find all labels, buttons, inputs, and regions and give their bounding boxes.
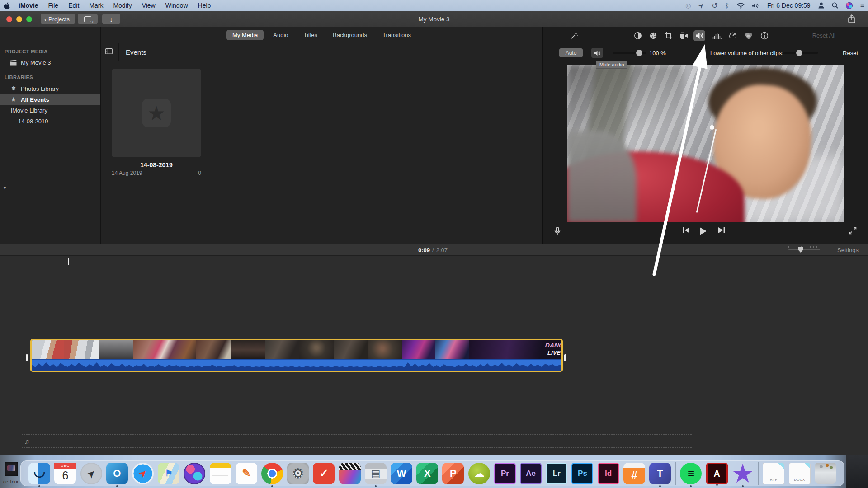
volume-icon[interactable] xyxy=(752,3,760,9)
dock-pages[interactable]: ✎ xyxy=(236,463,257,484)
siri-icon[interactable] xyxy=(846,2,853,9)
dock-final-cut-pro[interactable] xyxy=(339,463,361,484)
reset-all-button[interactable]: Reset All xyxy=(812,32,835,39)
time-machine-icon[interactable]: ↺ xyxy=(712,1,717,10)
menu-clock[interactable]: Fri 6 Dec 09:59 xyxy=(767,2,811,9)
clip-trim-handle-right[interactable] xyxy=(564,354,566,361)
noise-reduction-icon[interactable] xyxy=(711,30,723,41)
projects-back-button[interactable]: ‹ Projects xyxy=(41,14,75,24)
list-icon[interactable]: ≡ xyxy=(860,1,864,9)
sidebar-toggle-icon[interactable] xyxy=(105,48,113,54)
lower-volume-slider-knob[interactable] xyxy=(796,50,802,56)
dock-siri[interactable] xyxy=(184,463,205,484)
volume-slider-knob[interactable] xyxy=(636,50,642,56)
dock-indesign[interactable]: Id xyxy=(598,463,619,484)
color-balance-icon[interactable] xyxy=(632,30,644,41)
menu-item[interactable]: File xyxy=(43,2,64,9)
voiceover-mic-button[interactable] xyxy=(554,227,561,236)
location-icon[interactable]: ➤ xyxy=(698,2,704,9)
sidebar-item-photos-library[interactable]: ✽ Photos Library xyxy=(0,83,100,94)
media-tab[interactable]: Transitions xyxy=(377,30,417,40)
clip-info-icon[interactable] xyxy=(759,30,770,41)
fullscreen-icon[interactable] xyxy=(849,227,857,235)
menu-item[interactable]: Help xyxy=(193,2,216,9)
zoom-slider-thumb[interactable] xyxy=(798,247,803,253)
media-tab[interactable]: Titles xyxy=(298,30,324,40)
menu-item[interactable]: View xyxy=(137,2,160,9)
dock-lightroom[interactable]: Lr xyxy=(546,463,567,484)
background-music-well[interactable]: ♫ xyxy=(22,434,692,448)
dock-file-docx[interactable]: DOCX xyxy=(789,463,811,484)
import-media-button[interactable] xyxy=(78,14,98,24)
clip-filter-icon[interactable] xyxy=(743,30,755,41)
menu-item[interactable]: Window xyxy=(160,2,193,9)
sidebar-item-event-date[interactable]: 14-08-2019 xyxy=(0,116,100,127)
dock-teams[interactable]: T xyxy=(649,463,671,484)
dock-chrome[interactable] xyxy=(261,463,283,484)
clip-trim-handle-left[interactable] xyxy=(26,354,28,361)
dock-finder[interactable]: ◡ xyxy=(28,463,50,484)
menu-item[interactable]: Edit xyxy=(63,2,84,9)
dock-acrobat[interactable]: A xyxy=(706,463,728,484)
volume-adjust-icon[interactable] xyxy=(693,30,705,41)
menu-item[interactable]: iMovie xyxy=(14,2,43,9)
sidebar-item-my-movie[interactable]: My Movie 3 xyxy=(0,57,100,68)
crop-icon[interactable] xyxy=(663,30,675,41)
dock-powerpoint[interactable]: P xyxy=(442,463,464,484)
lower-volume-slider[interactable] xyxy=(783,52,818,54)
apple-menu-icon[interactable] xyxy=(0,1,14,10)
dock-excel[interactable]: X xyxy=(416,463,438,484)
import-button[interactable]: ↓ xyxy=(102,14,120,24)
sidebar-item-all-events[interactable]: ★ All Events xyxy=(0,94,100,105)
play-button[interactable] xyxy=(699,227,707,235)
media-tab[interactable]: Audio xyxy=(267,30,294,40)
dock-calculator[interactable]: # xyxy=(623,463,645,484)
dock-printer[interactable]: ▤ xyxy=(365,463,387,484)
next-button[interactable] xyxy=(718,227,725,234)
dock-todoist[interactable]: ✓ xyxy=(313,463,335,484)
dock-word[interactable]: W xyxy=(391,463,412,484)
reset-button[interactable]: Reset xyxy=(843,50,858,56)
volume-slider[interactable] xyxy=(613,52,646,54)
stabilization-icon[interactable] xyxy=(678,30,690,41)
sidebar-item-imovie-library[interactable]: ▾ iMovie Library xyxy=(0,105,100,116)
color-correction-icon[interactable] xyxy=(647,30,659,41)
timeline-settings-button[interactable]: Settings xyxy=(837,247,859,253)
menu-item[interactable]: Mark xyxy=(84,2,108,9)
dock-calendar[interactable]: DEC 6 xyxy=(54,463,76,484)
wifi-icon[interactable] xyxy=(737,3,745,9)
dock-safari[interactable]: ➤ xyxy=(132,463,154,484)
auto-volume-button[interactable]: Auto xyxy=(559,48,583,57)
previous-button[interactable] xyxy=(683,227,690,234)
dock-maps[interactable]: ⚑ xyxy=(158,463,179,484)
enhance-wand-icon[interactable] xyxy=(568,30,580,41)
dock-file-rtf[interactable]: RTF xyxy=(763,463,784,484)
spotlight-icon[interactable] xyxy=(832,2,838,9)
event-thumbnail[interactable]: ★ xyxy=(112,69,201,157)
dock-imovie[interactable]: ★ xyxy=(732,463,754,484)
share-button[interactable] xyxy=(847,14,857,23)
media-tab[interactable]: My Media xyxy=(226,30,264,40)
dock-divider xyxy=(758,462,759,485)
menu-item[interactable]: Modify xyxy=(108,2,137,9)
dock-outlook[interactable]: O xyxy=(106,463,128,484)
dock-launchpad[interactable]: ➤ xyxy=(80,463,102,484)
user-icon[interactable] xyxy=(818,2,824,9)
dock-spotify[interactable]: ≡ xyxy=(680,463,702,484)
dock-cloud-app[interactable]: ☁ xyxy=(468,463,490,484)
desktop-file-icon[interactable] xyxy=(5,462,18,476)
mute-audio-button[interactable] xyxy=(591,48,603,58)
timeline-clip[interactable]: DANC LIVE! xyxy=(30,339,563,372)
dock-photoshop[interactable]: Ps xyxy=(571,463,593,484)
timeline-zoom-slider[interactable] xyxy=(788,246,820,250)
dock-trash[interactable] xyxy=(815,463,836,484)
dock-premiere-pro[interactable]: Pr xyxy=(494,463,516,484)
spiral-icon[interactable]: ◎ xyxy=(685,2,691,9)
dock-system-preferences[interactable]: ⚙ xyxy=(287,463,309,484)
speed-icon[interactable] xyxy=(727,30,739,41)
dock-notes[interactable] xyxy=(210,463,231,484)
disclosure-triangle-icon[interactable]: ▾ xyxy=(4,185,6,190)
dock-after-effects[interactable]: Ae xyxy=(520,463,542,484)
bluetooth-icon[interactable]: ᛒ xyxy=(726,2,729,9)
media-tab[interactable]: Backgrounds xyxy=(327,30,373,40)
